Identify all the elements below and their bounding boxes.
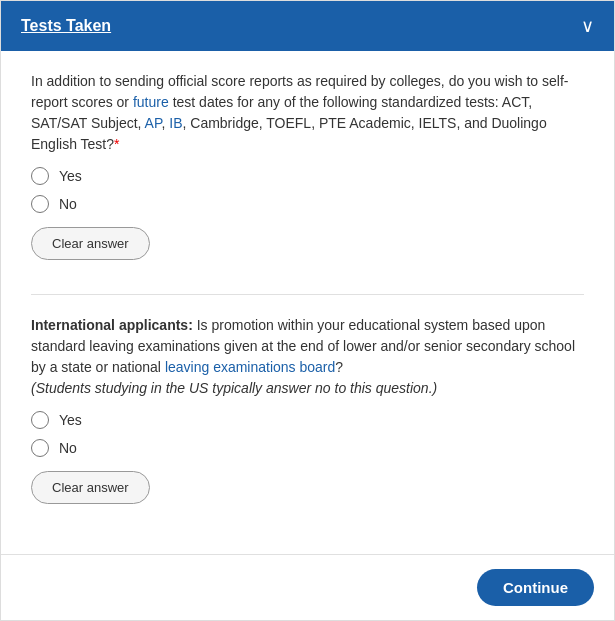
question-1-no-label: No: [59, 196, 77, 212]
national-highlight: leaving examinations board: [165, 359, 335, 375]
question-1-clear-button[interactable]: Clear answer: [31, 227, 150, 260]
question-1-no-option[interactable]: No: [31, 195, 584, 213]
question-1-text: In addition to sending official score re…: [31, 71, 584, 155]
question-1-yes-radio[interactable]: [31, 167, 49, 185]
question-1-block: In addition to sending official score re…: [31, 71, 584, 260]
continue-button[interactable]: Continue: [477, 569, 594, 606]
question-2-yes-option[interactable]: Yes: [31, 411, 584, 429]
divider: [31, 294, 584, 295]
question-1-yes-option[interactable]: Yes: [31, 167, 584, 185]
question-2-bold-intro: International applicants:: [31, 317, 193, 333]
question-2-text-end: ?: [335, 359, 343, 375]
header-title[interactable]: Tests Taken: [21, 17, 111, 35]
question-2-yes-radio[interactable]: [31, 411, 49, 429]
question-2-note: (Students studying in the US typically a…: [31, 380, 437, 396]
question-2-no-option[interactable]: No: [31, 439, 584, 457]
question-1-no-radio[interactable]: [31, 195, 49, 213]
ap-highlight: AP: [145, 115, 162, 131]
question-2-no-label: No: [59, 440, 77, 456]
content-area: In addition to sending official score re…: [1, 51, 614, 554]
question-2-no-radio[interactable]: [31, 439, 49, 457]
future-highlight: future: [133, 94, 169, 110]
required-asterisk-1: *: [114, 136, 119, 152]
question-2-yes-label: Yes: [59, 412, 82, 428]
ib-highlight: IB: [169, 115, 182, 131]
page-container: Tests Taken ∨ In addition to sending off…: [0, 0, 615, 621]
chevron-down-icon: ∨: [581, 15, 594, 37]
question-2-clear-button[interactable]: Clear answer: [31, 471, 150, 504]
question-2-block: International applicants: Is promotion w…: [31, 315, 584, 504]
footer: Continue: [1, 554, 614, 620]
question-2-radio-group: Yes No: [31, 411, 584, 457]
question-1-yes-label: Yes: [59, 168, 82, 184]
question-1-radio-group: Yes No: [31, 167, 584, 213]
header: Tests Taken ∨: [1, 1, 614, 51]
question-2-text: International applicants: Is promotion w…: [31, 315, 584, 399]
